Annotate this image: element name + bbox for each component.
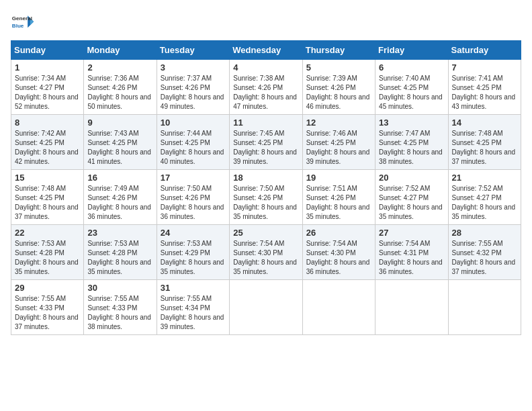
cell-details: Sunrise: 7:55 AMSunset: 4:33 PMDaylight:… (87, 295, 151, 330)
calendar-cell: 6Sunrise: 7:40 AMSunset: 4:25 PMDaylight… (375, 60, 448, 115)
day-number: 30 (87, 283, 152, 293)
week-row-3: 15Sunrise: 7:48 AMSunset: 4:25 PMDayligh… (11, 170, 521, 225)
cell-details: Sunrise: 7:53 AMSunset: 4:28 PMDaylight:… (87, 240, 151, 275)
cell-details: Sunrise: 7:34 AMSunset: 4:27 PMDaylight:… (15, 75, 79, 110)
day-number: 4 (233, 62, 298, 73)
logo-icon: General Blue (11, 11, 35, 35)
calendar-cell: 30Sunrise: 7:55 AMSunset: 4:33 PMDayligh… (84, 280, 157, 335)
cell-details: Sunrise: 7:49 AMSunset: 4:26 PMDaylight:… (87, 185, 151, 220)
cell-details: Sunrise: 7:52 AMSunset: 4:27 PMDaylight:… (452, 185, 516, 220)
cell-details: Sunrise: 7:48 AMSunset: 4:25 PMDaylight:… (452, 130, 516, 165)
cell-details: Sunrise: 7:40 AMSunset: 4:25 PMDaylight:… (379, 75, 443, 110)
calendar-cell: 29Sunrise: 7:55 AMSunset: 4:33 PMDayligh… (11, 280, 84, 335)
calendar-cell (448, 280, 521, 335)
calendar-cell: 21Sunrise: 7:52 AMSunset: 4:27 PMDayligh… (448, 170, 521, 225)
day-number: 2 (87, 62, 152, 73)
day-number: 11 (233, 118, 298, 128)
day-number: 1 (15, 62, 80, 73)
cell-details: Sunrise: 7:37 AMSunset: 4:26 PMDaylight:… (161, 75, 224, 110)
day-number: 24 (161, 228, 226, 238)
cell-details: Sunrise: 7:42 AMSunset: 4:25 PMDaylight:… (15, 130, 79, 165)
cell-details: Sunrise: 7:48 AMSunset: 4:25 PMDaylight:… (15, 185, 79, 220)
calendar-cell: 19Sunrise: 7:51 AMSunset: 4:26 PMDayligh… (302, 170, 375, 225)
calendar-cell: 4Sunrise: 7:38 AMSunset: 4:26 PMDaylight… (230, 60, 302, 115)
page-header: General Blue (11, 11, 521, 35)
day-number: 6 (379, 62, 444, 73)
cell-details: Sunrise: 7:39 AMSunset: 4:26 PMDaylight:… (306, 75, 370, 110)
calendar-cell: 3Sunrise: 7:37 AMSunset: 4:26 PMDaylight… (157, 60, 229, 115)
cell-details: Sunrise: 7:54 AMSunset: 4:30 PMDaylight:… (233, 240, 297, 275)
day-number: 21 (452, 173, 517, 183)
calendar-cell (375, 280, 448, 335)
cell-details: Sunrise: 7:54 AMSunset: 4:30 PMDaylight:… (306, 240, 370, 275)
calendar-cell: 25Sunrise: 7:54 AMSunset: 4:30 PMDayligh… (230, 225, 302, 280)
cell-details: Sunrise: 7:55 AMSunset: 4:32 PMDaylight:… (452, 240, 516, 275)
cell-details: Sunrise: 7:41 AMSunset: 4:25 PMDaylight:… (452, 75, 516, 110)
day-number: 16 (87, 173, 152, 183)
day-header-saturday: Saturday (448, 41, 521, 60)
day-number: 14 (452, 118, 517, 128)
calendar-cell: 17Sunrise: 7:50 AMSunset: 4:26 PMDayligh… (157, 170, 229, 225)
calendar-cell: 26Sunrise: 7:54 AMSunset: 4:30 PMDayligh… (302, 225, 375, 280)
day-number: 26 (306, 228, 371, 238)
svg-text:General: General (12, 15, 32, 21)
svg-text:Blue: Blue (12, 23, 24, 29)
header-row: SundayMondayTuesdayWednesdayThursdayFrid… (11, 41, 521, 60)
day-number: 31 (161, 283, 226, 293)
day-header-friday: Friday (375, 41, 448, 60)
day-number: 8 (15, 118, 80, 128)
calendar-cell: 16Sunrise: 7:49 AMSunset: 4:26 PMDayligh… (84, 170, 157, 225)
calendar-cell: 13Sunrise: 7:47 AMSunset: 4:25 PMDayligh… (375, 115, 448, 170)
day-number: 7 (452, 62, 517, 73)
calendar-cell: 18Sunrise: 7:50 AMSunset: 4:26 PMDayligh… (230, 170, 302, 225)
cell-details: Sunrise: 7:50 AMSunset: 4:26 PMDaylight:… (161, 185, 224, 220)
cell-details: Sunrise: 7:47 AMSunset: 4:25 PMDaylight:… (379, 130, 443, 165)
logo: General Blue (11, 11, 35, 35)
calendar-cell: 27Sunrise: 7:54 AMSunset: 4:31 PMDayligh… (375, 225, 448, 280)
calendar-cell: 10Sunrise: 7:44 AMSunset: 4:25 PMDayligh… (157, 115, 229, 170)
week-row-4: 22Sunrise: 7:53 AMSunset: 4:28 PMDayligh… (11, 225, 521, 280)
day-header-thursday: Thursday (302, 41, 375, 60)
calendar-cell (302, 280, 375, 335)
cell-details: Sunrise: 7:53 AMSunset: 4:28 PMDaylight:… (15, 240, 79, 275)
day-header-wednesday: Wednesday (230, 41, 302, 60)
calendar-cell: 11Sunrise: 7:45 AMSunset: 4:25 PMDayligh… (230, 115, 302, 170)
day-header-sunday: Sunday (11, 41, 84, 60)
calendar-cell: 23Sunrise: 7:53 AMSunset: 4:28 PMDayligh… (84, 225, 157, 280)
calendar-cell: 22Sunrise: 7:53 AMSunset: 4:28 PMDayligh… (11, 225, 84, 280)
day-header-monday: Monday (84, 41, 157, 60)
day-number: 15 (15, 173, 80, 183)
day-number: 25 (233, 228, 298, 238)
calendar-cell: 28Sunrise: 7:55 AMSunset: 4:32 PMDayligh… (448, 225, 521, 280)
cell-details: Sunrise: 7:52 AMSunset: 4:27 PMDaylight:… (379, 185, 443, 220)
calendar-cell: 24Sunrise: 7:53 AMSunset: 4:29 PMDayligh… (157, 225, 229, 280)
day-header-tuesday: Tuesday (157, 41, 229, 60)
day-number: 28 (452, 228, 517, 238)
day-number: 22 (15, 228, 80, 238)
cell-details: Sunrise: 7:55 AMSunset: 4:34 PMDaylight:… (161, 295, 224, 330)
week-row-1: 1Sunrise: 7:34 AMSunset: 4:27 PMDaylight… (11, 60, 521, 115)
calendar-table: SundayMondayTuesdayWednesdayThursdayFrid… (11, 40, 521, 335)
day-number: 5 (306, 62, 371, 73)
calendar-cell: 5Sunrise: 7:39 AMSunset: 4:26 PMDaylight… (302, 60, 375, 115)
cell-details: Sunrise: 7:55 AMSunset: 4:33 PMDaylight:… (15, 295, 79, 330)
cell-details: Sunrise: 7:53 AMSunset: 4:29 PMDaylight:… (161, 240, 224, 275)
calendar-cell: 14Sunrise: 7:48 AMSunset: 4:25 PMDayligh… (448, 115, 521, 170)
day-number: 12 (306, 118, 371, 128)
calendar-cell: 7Sunrise: 7:41 AMSunset: 4:25 PMDaylight… (448, 60, 521, 115)
day-number: 13 (379, 118, 444, 128)
calendar-cell: 8Sunrise: 7:42 AMSunset: 4:25 PMDaylight… (11, 115, 84, 170)
cell-details: Sunrise: 7:50 AMSunset: 4:26 PMDaylight:… (233, 185, 297, 220)
day-number: 9 (87, 118, 152, 128)
cell-details: Sunrise: 7:38 AMSunset: 4:26 PMDaylight:… (233, 75, 297, 110)
day-number: 10 (161, 118, 226, 128)
calendar-cell: 9Sunrise: 7:43 AMSunset: 4:25 PMDaylight… (84, 115, 157, 170)
day-number: 3 (161, 62, 226, 73)
cell-details: Sunrise: 7:54 AMSunset: 4:31 PMDaylight:… (379, 240, 443, 275)
day-number: 29 (15, 283, 80, 293)
cell-details: Sunrise: 7:36 AMSunset: 4:26 PMDaylight:… (87, 75, 151, 110)
day-number: 20 (379, 173, 444, 183)
cell-details: Sunrise: 7:45 AMSunset: 4:25 PMDaylight:… (233, 130, 297, 165)
calendar-cell: 31Sunrise: 7:55 AMSunset: 4:34 PMDayligh… (157, 280, 229, 335)
cell-details: Sunrise: 7:46 AMSunset: 4:25 PMDaylight:… (306, 130, 370, 165)
